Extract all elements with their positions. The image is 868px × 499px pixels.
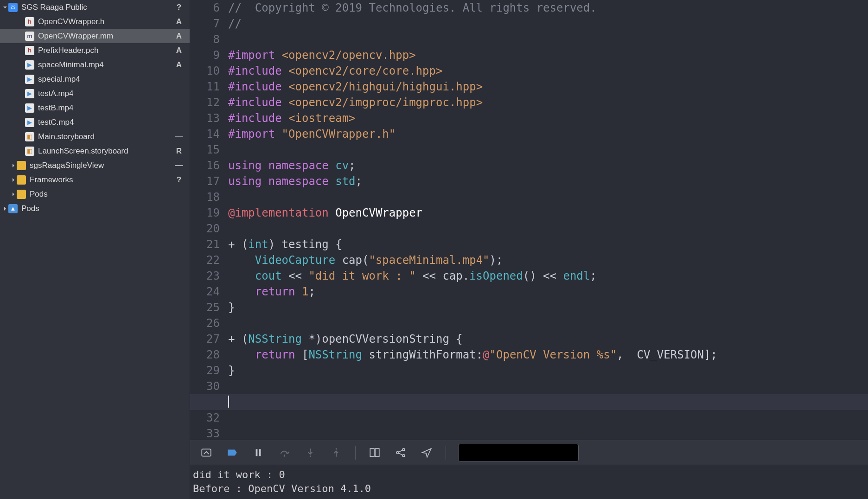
code-line[interactable] bbox=[226, 221, 868, 237]
code-line[interactable] bbox=[226, 410, 868, 426]
code-line[interactable] bbox=[226, 32, 868, 47]
code-line[interactable]: cout << "did it work : " << cap.isOpened… bbox=[226, 268, 868, 284]
code-line[interactable] bbox=[226, 394, 868, 410]
code-line[interactable]: + (NSString *)openCVVersionString { bbox=[226, 331, 868, 347]
code-body[interactable]: // Copyright © 2019 Technologies. All ri… bbox=[226, 0, 868, 440]
tree-item-label: OpenCVWrapper.mm bbox=[38, 32, 174, 41]
code-line[interactable]: } bbox=[226, 363, 868, 378]
line-number: 8 bbox=[190, 32, 226, 47]
tree-item[interactable]: ▶testC.mp4 bbox=[0, 115, 190, 129]
tree-item-label: SGS Raaga Public bbox=[21, 3, 174, 12]
code-line[interactable]: // Copyright © 2019 Technologies. All ri… bbox=[226, 0, 868, 16]
code-line[interactable]: #include <iostream> bbox=[226, 110, 868, 126]
console-output[interactable]: did it work : 0 Before : OpenCV Version … bbox=[190, 465, 868, 499]
code-line[interactable] bbox=[226, 142, 868, 158]
console-line: Before : OpenCV Version 4.1.0 bbox=[193, 483, 371, 494]
chevron-right-icon[interactable] bbox=[2, 205, 8, 212]
code-line[interactable]: return 1; bbox=[226, 284, 868, 300]
code-line[interactable] bbox=[226, 378, 868, 394]
step-out-icon[interactable] bbox=[329, 446, 343, 460]
scm-status-badge: A bbox=[174, 17, 184, 26]
tree-item[interactable]: ▶special.mp4 bbox=[0, 72, 190, 86]
pause-icon[interactable] bbox=[251, 446, 265, 460]
tree-item[interactable]: Pods bbox=[0, 187, 190, 201]
svg-rect-7 bbox=[375, 448, 379, 456]
code-line[interactable]: + (int) testing { bbox=[226, 237, 868, 252]
tree-item[interactable]: ▲Pods bbox=[0, 201, 190, 216]
mov-icon: ▶ bbox=[25, 103, 34, 113]
tree-item-label: testB.mp4 bbox=[38, 103, 174, 113]
toggle-console-icon[interactable] bbox=[199, 446, 213, 460]
code-line[interactable] bbox=[226, 189, 868, 205]
code-line[interactable]: #import "OpenCVWrapper.h" bbox=[226, 126, 868, 142]
line-number: 26 bbox=[190, 315, 226, 331]
tree-item[interactable]: ▶spaceMinimal.mp4A bbox=[0, 58, 190, 72]
tree-item[interactable]: hPrefixHeader.pchA bbox=[0, 43, 190, 58]
tree-item-label: PrefixHeader.pch bbox=[38, 46, 174, 55]
chevron-right-icon[interactable] bbox=[10, 162, 17, 169]
code-line[interactable]: #include <opencv2/core/core.hpp> bbox=[226, 63, 868, 79]
line-number: 15 bbox=[190, 142, 226, 158]
scm-status-badge: ? bbox=[174, 3, 184, 12]
code-line[interactable]: @implementation OpenCVWrapper bbox=[226, 205, 868, 221]
chevron-right-icon[interactable] bbox=[10, 177, 17, 183]
code-line[interactable]: VideoCapture cap("spaceMinimal.mp4"); bbox=[226, 252, 868, 268]
tree-item[interactable]: ▶testA.mp4 bbox=[0, 86, 190, 101]
tree-item-label: sgsRaagaSingleView bbox=[30, 161, 174, 170]
code-editor[interactable]: 6789101112131415161718192021222324252627… bbox=[190, 0, 868, 440]
view-debugger-icon[interactable] bbox=[368, 446, 382, 460]
code-line[interactable]: using namespace cv; bbox=[226, 158, 868, 173]
location-icon[interactable] bbox=[420, 446, 434, 460]
svg-rect-1 bbox=[256, 449, 258, 456]
breakpoints-icon[interactable] bbox=[225, 446, 239, 460]
chevron-down-icon[interactable] bbox=[2, 4, 8, 11]
line-number: 13 bbox=[190, 110, 226, 126]
tree-item-label: testA.mp4 bbox=[38, 89, 174, 98]
h-icon: h bbox=[25, 17, 34, 26]
code-line[interactable]: using namespace std; bbox=[226, 173, 868, 189]
step-into-icon[interactable] bbox=[303, 446, 317, 460]
tree-item[interactable]: mOpenCVWrapper.mmA bbox=[0, 29, 190, 43]
scm-status-badge: — bbox=[174, 161, 184, 170]
sb-icon: ◧ bbox=[25, 132, 34, 141]
scm-status-badge: — bbox=[174, 132, 184, 141]
debug-process-field[interactable] bbox=[458, 444, 579, 461]
svg-point-9 bbox=[402, 448, 405, 451]
folder-icon bbox=[17, 175, 26, 185]
chevron-right-icon[interactable] bbox=[10, 191, 17, 198]
svg-point-8 bbox=[396, 451, 399, 454]
code-line[interactable]: // bbox=[226, 16, 868, 32]
tree-item[interactable]: hOpenCVWrapper.hA bbox=[0, 14, 190, 29]
tree-item[interactable]: ◧Main.storyboard— bbox=[0, 129, 190, 144]
tree-item[interactable]: ▶testB.mp4 bbox=[0, 101, 190, 115]
line-number: 30 bbox=[190, 378, 226, 394]
line-number: 11 bbox=[190, 79, 226, 95]
project-navigator[interactable]: ⛭ SGS Raaga Public ? hOpenCVWrapper.hAmO… bbox=[0, 0, 190, 499]
line-number: 28 bbox=[190, 347, 226, 363]
line-number: 29 bbox=[190, 363, 226, 378]
svg-rect-4 bbox=[310, 455, 311, 457]
file-tree: ⛭ SGS Raaga Public ? hOpenCVWrapper.hAmO… bbox=[0, 0, 190, 216]
tree-item-label: OpenCVWrapper.h bbox=[38, 17, 174, 26]
editor-area: 6789101112131415161718192021222324252627… bbox=[190, 0, 868, 499]
tree-item[interactable]: Frameworks? bbox=[0, 173, 190, 187]
project-icon: ⛭ bbox=[8, 3, 18, 12]
line-number: 22 bbox=[190, 252, 226, 268]
code-line[interactable]: #include <opencv2/imgproc/imgproc.hpp> bbox=[226, 95, 868, 110]
code-line[interactable]: return [NSString stringWithFormat:@"Open… bbox=[226, 347, 868, 363]
toolbar-separator bbox=[446, 446, 446, 460]
code-line[interactable] bbox=[226, 426, 868, 440]
tree-item-label: Main.storyboard bbox=[38, 132, 174, 141]
memory-graph-icon[interactable] bbox=[394, 446, 408, 460]
tree-root[interactable]: ⛭ SGS Raaga Public ? bbox=[0, 0, 190, 14]
code-line[interactable]: #include <opencv2/highgui/highgui.hpp> bbox=[226, 79, 868, 95]
code-line[interactable]: } bbox=[226, 300, 868, 315]
code-line[interactable] bbox=[226, 315, 868, 331]
code-line[interactable]: #import <opencv2/opencv.hpp> bbox=[226, 47, 868, 63]
tree-item[interactable]: sgsRaagaSingleView— bbox=[0, 158, 190, 173]
tree-item-label: Frameworks bbox=[30, 175, 174, 185]
tree-item[interactable]: ◧LaunchScreen.storyboardR bbox=[0, 144, 190, 158]
svg-rect-0 bbox=[202, 449, 211, 456]
line-number: 6 bbox=[190, 0, 226, 16]
step-over-icon[interactable] bbox=[277, 446, 291, 460]
